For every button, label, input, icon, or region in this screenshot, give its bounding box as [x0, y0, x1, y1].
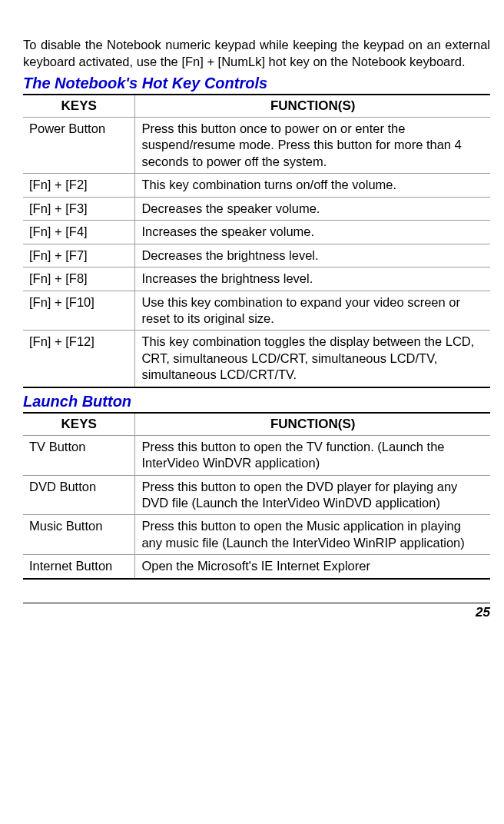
table-row: DVD ButtonPress this button to open the …	[23, 475, 490, 515]
launch-col-keys: KEYS	[23, 413, 135, 436]
key-cell: [Fn] + [F7]	[23, 244, 135, 267]
func-cell: Press this button to open the TV functio…	[135, 435, 490, 475]
table-row: [Fn] + [F7]Decreases the brightness leve…	[23, 244, 490, 267]
func-cell: Press this button to open the Music appl…	[135, 515, 490, 555]
func-cell: Press this button once to power on or en…	[135, 118, 490, 174]
func-cell: Press this button to open the DVD player…	[135, 475, 490, 515]
launch-col-func: FUNCTION(S)	[135, 413, 490, 436]
intro-paragraph: To disable the Notebook numeric keypad w…	[23, 36, 490, 71]
func-cell: Decreases the speaker volume.	[135, 197, 490, 220]
key-cell: TV Button	[23, 435, 135, 475]
hotkey-col-keys: KEYS	[23, 95, 135, 118]
hotkey-table: KEYS FUNCTION(S) Power ButtonPress this …	[23, 94, 490, 388]
hotkey-heading: The Notebook's Hot Key Controls	[23, 75, 490, 92]
func-cell: Increases the brightness level.	[135, 267, 490, 291]
table-row: [Fn] + [F3]Decreases the speaker volume.	[23, 197, 490, 220]
table-row: Music ButtonPress this button to open th…	[23, 515, 490, 555]
table-row: Internet ButtonOpen the Microsoft's IE I…	[23, 555, 490, 579]
func-cell: Use this key combination to expand your …	[135, 291, 490, 331]
table-row: [Fn] + [F10]Use this key combination to …	[23, 291, 490, 331]
key-cell: [Fn] + [F12]	[23, 331, 135, 387]
page-number: 25	[23, 603, 490, 620]
key-cell: [Fn] + [F4]	[23, 221, 135, 244]
hotkey-col-func: FUNCTION(S)	[135, 95, 490, 118]
key-cell: [Fn] + [F8]	[23, 267, 135, 291]
key-cell: Music Button	[23, 515, 135, 555]
key-cell: [Fn] + [F10]	[23, 291, 135, 331]
table-row: Power ButtonPress this button once to po…	[23, 118, 490, 174]
func-cell: This key combination toggles the display…	[135, 331, 490, 387]
table-row: [Fn] + [F12]This key combination toggles…	[23, 331, 490, 387]
key-cell: DVD Button	[23, 475, 135, 515]
table-row: TV ButtonPress this button to open the T…	[23, 435, 490, 475]
func-cell: This key combination turns on/off the vo…	[135, 174, 490, 197]
key-cell: Power Button	[23, 118, 135, 174]
table-row: [Fn] + [F8]Increases the brightness leve…	[23, 267, 490, 291]
func-cell: Increases the speaker volume.	[135, 221, 490, 244]
launch-heading: Launch Button	[23, 393, 490, 410]
func-cell: Decreases the brightness level.	[135, 244, 490, 267]
table-row: [Fn] + [F2]This key combination turns on…	[23, 174, 490, 197]
key-cell: [Fn] + [F3]	[23, 197, 135, 220]
key-cell: [Fn] + [F2]	[23, 174, 135, 197]
key-cell: Internet Button	[23, 555, 135, 579]
table-row: [Fn] + [F4]Increases the speaker volume.	[23, 221, 490, 244]
func-cell: Open the Microsoft's IE Internet Explore…	[135, 555, 490, 579]
launch-table: KEYS FUNCTION(S) TV ButtonPress this but…	[23, 412, 490, 580]
